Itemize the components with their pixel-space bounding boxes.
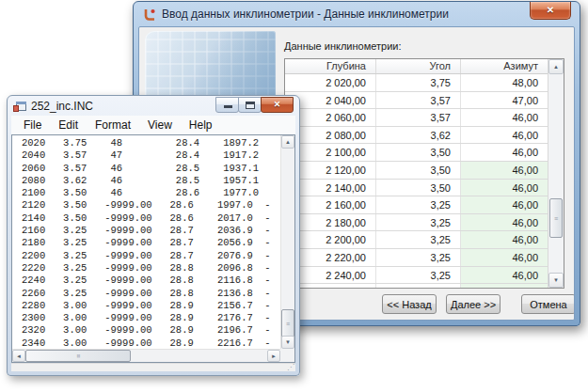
- wizard-app-icon: [141, 7, 156, 22]
- menu-item[interactable]: Format: [87, 117, 139, 133]
- editor-line: 2240 3.25 -9999.00 28.8 2116.8 -: [22, 274, 280, 287]
- cell-azimuth[interactable]: 46,00: [461, 267, 548, 284]
- scroll-up-button[interactable]: ▲: [548, 59, 564, 74]
- table-rows: 2 020,00 3,75 48,00 2 040,00 3,57 47,00 …: [285, 74, 548, 288]
- cell-depth[interactable]: 2 020,00: [285, 74, 376, 91]
- column-header-azimuth[interactable]: Азимут: [461, 59, 548, 73]
- arrow-left-icon: ◄: [16, 353, 22, 359]
- editor-line: 2080 3.62 46 28.5 1957.1: [22, 175, 280, 187]
- column-header-angle[interactable]: Угол: [376, 59, 461, 73]
- menu-item[interactable]: Edit: [50, 117, 87, 133]
- editor-line: 2320 3.00 -9999.00 28.9 2196.7 -: [22, 324, 280, 337]
- table-row[interactable]: 2 120,00 3,50 46,00: [285, 162, 548, 180]
- editor-close-button[interactable]: ✕: [261, 97, 294, 113]
- text-area[interactable]: 2020 3.75 48 28.4 1897.2 2040 3.57 47 28…: [11, 134, 295, 363]
- minimize-icon: [224, 105, 232, 108]
- arrow-up-icon: ▲: [553, 64, 559, 70]
- cell-azimuth[interactable]: 47,00: [461, 92, 548, 109]
- cell-azimuth[interactable]: 46,00: [461, 144, 548, 161]
- cancel-button[interactable]: Отмена: [521, 294, 575, 314]
- cell-azimuth[interactable]: 46,00: [461, 284, 548, 288]
- scrollbar-thumb[interactable]: ≡: [281, 309, 294, 337]
- table-section-label: Данные инклинометрии:: [284, 40, 402, 52]
- table-row[interactable]: 2 220,00 3,25 46,00: [285, 249, 548, 267]
- editor-line: 2160 3.25 -9999.00 28.7 2036.9 -: [22, 225, 280, 237]
- cell-angle[interactable]: 3,50: [376, 144, 461, 161]
- table-body: Глубина Угол Азимут 2 020,00 3,75 48,00 …: [285, 59, 548, 288]
- inclinometry-table: Глубина Угол Азимут 2 020,00 3,75 48,00 …: [284, 58, 564, 289]
- table-row[interactable]: 2 260,00 3,25 46,00: [285, 284, 548, 288]
- resize-grip-icon[interactable]: ⋰: [287, 364, 294, 371]
- editor-line: 2020 3.75 48 28.4 1897.2: [22, 137, 280, 149]
- cell-angle[interactable]: 3,57: [376, 109, 461, 126]
- back-button[interactable]: << Назад: [382, 294, 437, 314]
- cell-azimuth[interactable]: 46,00: [461, 214, 548, 231]
- cell-angle[interactable]: 3,25: [376, 267, 461, 284]
- menu-item[interactable]: View: [139, 117, 181, 133]
- cell-azimuth[interactable]: 46,00: [461, 231, 548, 248]
- wizard-close-button[interactable]: ✕: [530, 2, 571, 20]
- cell-azimuth[interactable]: 48,00: [461, 74, 548, 91]
- cell-angle[interactable]: 3,25: [376, 249, 461, 266]
- cell-angle[interactable]: 3,25: [376, 196, 461, 213]
- wizard-titlebar[interactable]: Ввод данных инклинометрии - Данные инкли…: [134, 2, 580, 26]
- cell-angle[interactable]: 3,50: [376, 162, 461, 179]
- scroll-up-button[interactable]: ▲: [281, 135, 294, 149]
- file-text[interactable]: 2020 3.75 48 28.4 1897.2 2040 3.57 47 28…: [12, 135, 280, 349]
- cell-azimuth[interactable]: 46,00: [461, 249, 548, 266]
- maximize-icon: [246, 102, 255, 109]
- menu-item[interactable]: File: [15, 117, 50, 133]
- cell-azimuth[interactable]: 46,00: [461, 196, 548, 213]
- table-row[interactable]: 2 140,00 3,50 46,00: [285, 180, 548, 197]
- table-row[interactable]: 2 020,00 3,75 48,00: [285, 74, 548, 92]
- menubar: File Edit Format View Help: [11, 116, 295, 134]
- cell-angle[interactable]: 3,50: [376, 180, 461, 196]
- next-button[interactable]: Далее >>: [446, 294, 501, 314]
- arrow-down-icon: ▼: [285, 339, 291, 345]
- editor-horizontal-scrollbar[interactable]: ◄ ≡ ►: [12, 349, 280, 362]
- editor-line: 2220 3.25 -9999.00 28.8 2096.8 -: [22, 262, 280, 274]
- table-row[interactable]: 2 080,00 3,62 46,00: [285, 127, 548, 145]
- editor-line: 2060 3.57 46 28.5 1937.1: [22, 163, 280, 175]
- table-row[interactable]: 2 180,00 3,25 46,00: [285, 214, 548, 232]
- column-header-depth[interactable]: Глубина: [285, 59, 376, 73]
- editor-line: 2300 3.00 -9999.00 28.9 2176.7 -: [22, 312, 280, 324]
- maximize-button[interactable]: [238, 97, 262, 113]
- cell-angle[interactable]: 3,75: [376, 74, 461, 91]
- table-row[interactable]: 2 240,00 3,25 46,00: [285, 267, 548, 285]
- table-row[interactable]: 2 160,00 3,25 46,00: [285, 196, 548, 214]
- scroll-left-button[interactable]: ◄: [12, 350, 25, 362]
- cell-angle[interactable]: 3,62: [376, 127, 461, 144]
- arrow-down-icon: ▼: [553, 277, 559, 283]
- cell-angle[interactable]: 3,25: [376, 214, 461, 231]
- editor-line: 2040 3.57 47 28.4 1917.2: [22, 149, 280, 162]
- cell-azimuth[interactable]: 46,00: [461, 180, 548, 196]
- arrow-up-icon: ▲: [285, 139, 291, 145]
- thumb-grip-icon: ≡: [75, 353, 82, 357]
- editor-content: File Edit Format View Help 2020 3.75 48 …: [11, 116, 295, 371]
- editor-vertical-scrollbar[interactable]: ▲ ≡ ▼: [280, 135, 294, 349]
- scroll-right-button[interactable]: ►: [267, 350, 280, 362]
- scroll-down-button[interactable]: ▼: [548, 273, 564, 288]
- editor-line: 2100 3.50 46 28.6 1977.0: [22, 187, 280, 199]
- table-row[interactable]: 2 060,00 3,57 46,00: [285, 109, 548, 127]
- editor-line: 2140 3.50 -9999.00 28.6 2017.0 -: [22, 212, 280, 225]
- menu-item[interactable]: Help: [181, 117, 221, 133]
- close-icon: ✕: [274, 101, 281, 109]
- scrollbar-thumb[interactable]: ≡: [25, 350, 131, 362]
- cell-angle[interactable]: 3,25: [376, 231, 461, 248]
- editor-titlebar[interactable]: 252_inc.INC ✕: [8, 96, 299, 116]
- cell-angle[interactable]: 3,25: [376, 284, 461, 288]
- cell-azimuth[interactable]: 46,00: [461, 109, 548, 126]
- scrollbar-thumb[interactable]: ≡: [549, 198, 563, 238]
- scroll-down-button[interactable]: ▼: [281, 336, 294, 349]
- minimize-button[interactable]: [215, 97, 239, 113]
- cell-azimuth[interactable]: 46,00: [461, 127, 548, 144]
- cell-angle[interactable]: 3,57: [376, 92, 461, 109]
- cell-azimuth[interactable]: 46,00: [461, 162, 548, 179]
- table-row[interactable]: 2 200,00 3,25 46,00: [285, 231, 548, 249]
- editor-window: 252_inc.INC ✕ File Edit Format View Help…: [7, 95, 300, 376]
- table-row[interactable]: 2 040,00 3,57 47,00: [285, 92, 548, 110]
- table-row[interactable]: 2 100,00 3,50 46,00: [285, 144, 548, 162]
- table-vertical-scrollbar[interactable]: ▲ ≡ ▼: [548, 59, 564, 288]
